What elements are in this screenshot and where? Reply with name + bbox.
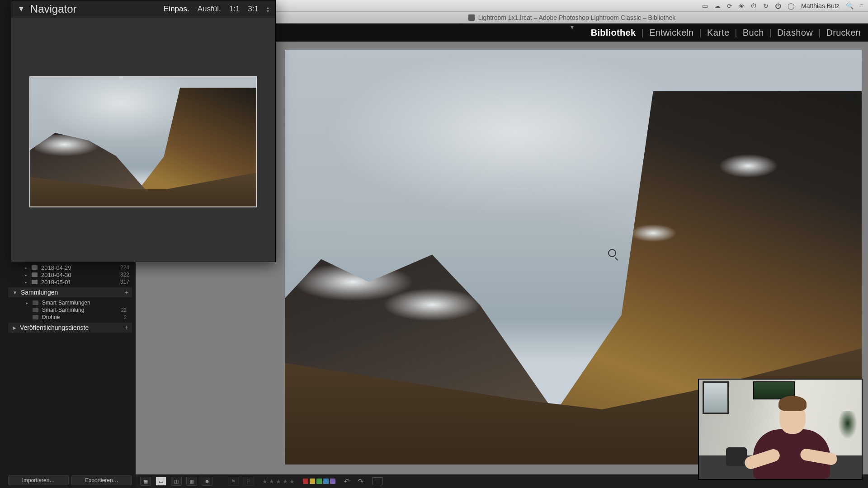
menu-icon[interactable]: ≡ — [860, 2, 863, 9]
chevron-right-icon: ▸ — [24, 280, 28, 285]
navigator-title: Navigator — [30, 3, 77, 15]
star-icon[interactable]: ★ — [276, 478, 281, 485]
smart-collection-icon — [33, 308, 38, 312]
folder-name: 2018-04-29 — [41, 264, 71, 271]
export-button[interactable]: Exportieren… — [71, 475, 132, 485]
module-buch[interactable]: Buch — [743, 28, 764, 38]
star-icon[interactable]: ★ — [269, 478, 274, 485]
color-swatch[interactable] — [316, 479, 322, 484]
chevron-down-icon: ▼ — [13, 290, 17, 295]
plant — [836, 411, 859, 452]
collection-count: 22 — [121, 307, 128, 313]
import-button[interactable]: Importieren… — [8, 475, 69, 485]
zoom-ratio[interactable]: 3:1 — [248, 5, 259, 14]
publish-label: Veröffentlichungsdienste — [20, 324, 89, 331]
navigator-body — [11, 18, 275, 262]
module-entwickeln[interactable]: Entwickeln — [649, 28, 694, 38]
color-labels — [303, 479, 335, 484]
collection-row[interactable]: Drohne 2 — [13, 314, 128, 321]
color-swatch[interactable] — [323, 479, 329, 484]
collection-row[interactable]: ▸ Smart-Sammlungen — [13, 299, 128, 306]
chevron-down-icon: ▼ — [18, 5, 25, 13]
folder-count: 224 — [120, 264, 132, 271]
folder-row[interactable]: ▸ 2018-04-29 224 — [8, 264, 132, 271]
folder-row[interactable]: ▸ 2018-05-01 317 — [8, 278, 132, 286]
chevron-right-icon: ▸ — [24, 265, 28, 270]
collections-label: Sammlungen — [21, 289, 58, 296]
zoom-fill[interactable]: Ausfül. — [198, 5, 221, 14]
flag-pick-button[interactable]: ⚑ — [228, 477, 239, 486]
document-icon — [468, 14, 475, 21]
smart-collection-icon — [33, 300, 38, 305]
navigator-header[interactable]: ▼ Navigator Einpas. Ausfül. 1:1 3:1 ▴▾ — [11, 0, 275, 18]
circle-icon[interactable]: ◯ — [788, 2, 795, 9]
chevron-right-icon: ▸ — [24, 272, 28, 277]
menubar-username[interactable]: Matthias Butz — [801, 2, 840, 9]
sync-icon[interactable]: ⟳ — [727, 2, 732, 9]
navigator-zoom-controls: Einpas. Ausfül. 1:1 3:1 ▴▾ — [164, 5, 269, 14]
add-publish-icon[interactable]: + — [125, 324, 128, 331]
navigator-panel: ▼ Navigator Einpas. Ausfül. 1:1 3:1 ▴▾ — [11, 0, 276, 262]
import-export-bar: Importieren… Exportieren… — [8, 475, 132, 485]
drop-icon[interactable]: ❀ — [739, 2, 744, 9]
chevron-right-icon: ▸ — [24, 300, 29, 305]
collections-list: ▸ Smart-Sammlungen Smart-Sammlung 22 Dro… — [8, 297, 132, 321]
grid-view-button[interactable]: ▦ — [140, 477, 151, 486]
folder-icon — [32, 280, 38, 284]
top-panel-handle[interactable]: ▾ — [276, 23, 868, 27]
collection-name: Drohne — [42, 314, 60, 320]
module-diashow[interactable]: Diashow — [777, 28, 813, 38]
spotlight-icon[interactable]: 🔍 — [846, 2, 854, 9]
presenter — [744, 398, 835, 479]
color-swatch[interactable] — [310, 479, 315, 484]
power-icon[interactable]: ⏻ — [775, 2, 781, 9]
cloud-icon[interactable]: ☁ — [714, 2, 721, 9]
folder-list: ▸ 2018-04-29 224 ▸ 2018-04-30 322 ▸ 2018… — [8, 264, 132, 333]
folder-icon — [32, 272, 38, 277]
rating-stars[interactable]: ★ ★ ★ ★ ★ — [262, 478, 295, 485]
zoom-1-1[interactable]: 1:1 — [229, 5, 240, 14]
color-swatch[interactable] — [330, 479, 335, 484]
section-collections[interactable]: ▼ Sammlungen + — [8, 287, 132, 297]
zoom-stepper-icon[interactable]: ▴▾ — [267, 6, 269, 13]
star-icon[interactable]: ★ — [283, 478, 288, 485]
module-karte[interactable]: Karte — [707, 28, 729, 38]
survey-view-button[interactable]: ▥ — [186, 477, 197, 486]
zoom-fit[interactable]: Einpas. — [164, 5, 189, 14]
folder-name: 2018-04-30 — [41, 272, 71, 278]
collection-name: Smart-Sammlungen — [42, 300, 90, 306]
add-collection-icon[interactable]: + — [125, 289, 128, 296]
wall-frame — [703, 381, 729, 414]
section-publish[interactable]: ▶ Veröffentlichungsdienste + — [8, 323, 132, 333]
flag-reject-button[interactable]: ⚐ — [243, 477, 254, 486]
compare-view-button[interactable]: ◫ — [171, 477, 182, 486]
star-icon[interactable]: ★ — [289, 478, 295, 485]
collection-row[interactable]: Smart-Sammlung 22 — [13, 306, 128, 314]
clock-icon[interactable]: ⏱ — [750, 2, 757, 9]
folder-name: 2018-05-01 — [41, 279, 71, 286]
window-title: Lightroom 1x1.lrcat – Adobe Photoshop Li… — [478, 14, 676, 21]
folder-row[interactable]: ▸ 2018-04-30 322 — [8, 271, 132, 278]
color-swatch[interactable] — [303, 479, 308, 484]
module-drucken[interactable]: Drucken — [826, 28, 861, 38]
window-titlebar: Lightroom 1x1.lrcat – Adobe Photoshop Li… — [276, 12, 868, 23]
rotate-cw-button[interactable]: ↷ — [358, 477, 363, 486]
collection-name: Smart-Sammlung — [42, 307, 84, 313]
webcam-overlay — [699, 380, 862, 479]
people-view-button[interactable]: ☻ — [202, 477, 212, 486]
chevron-right-icon: ▶ — [13, 325, 16, 330]
module-bibliothek[interactable]: Bibliothek — [591, 28, 636, 38]
collection-icon — [33, 315, 38, 319]
navigator-thumbnail[interactable] — [29, 76, 257, 207]
folder-count: 317 — [120, 279, 132, 285]
star-icon[interactable]: ★ — [262, 478, 268, 485]
collection-count: 2 — [124, 314, 128, 320]
zoom-cursor-icon — [608, 249, 616, 257]
folder-icon — [32, 265, 38, 270]
sync-button[interactable] — [373, 477, 382, 485]
display-icon[interactable]: ▭ — [702, 2, 708, 9]
folder-count: 322 — [120, 272, 132, 278]
refresh-icon[interactable]: ↻ — [763, 2, 769, 9]
loupe-view-button[interactable]: ▭ — [156, 477, 166, 486]
rotate-ccw-button[interactable]: ↶ — [344, 477, 349, 486]
